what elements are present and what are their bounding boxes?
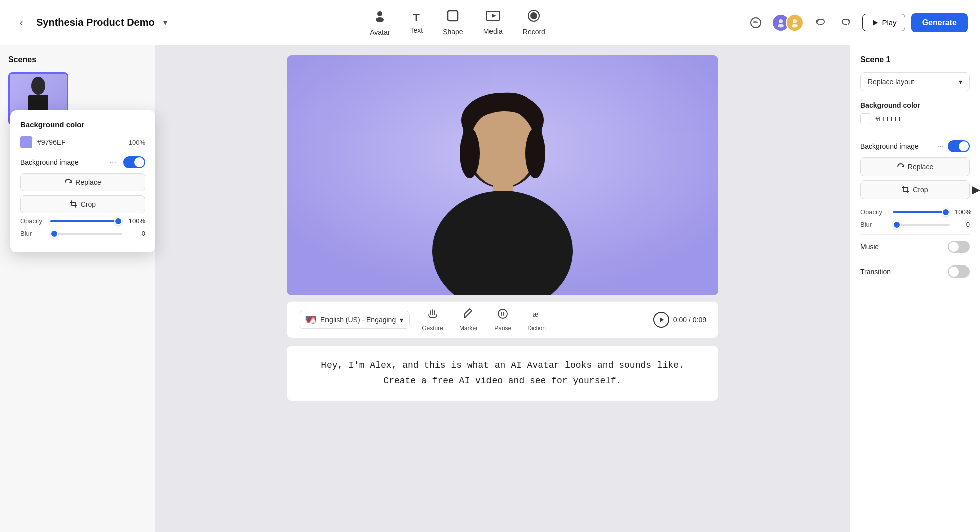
svg-point-9 xyxy=(778,24,784,27)
play-time-button[interactable] xyxy=(653,312,669,328)
comment-button[interactable] xyxy=(746,13,766,33)
rs-transition-label: Transition xyxy=(860,268,948,276)
panel-title: Background color xyxy=(20,120,145,129)
rs-music-toggle[interactable] xyxy=(948,241,970,253)
bg-image-toggle[interactable] xyxy=(123,156,145,168)
rs-blur-thumb[interactable] xyxy=(893,221,901,229)
opacity-slider-thumb[interactable] xyxy=(114,217,122,225)
marker-tool[interactable]: Marker xyxy=(459,308,478,332)
generate-button[interactable]: Generate xyxy=(911,13,968,32)
rs-bg-color-section: Background color #FFFFFF xyxy=(860,101,970,124)
gesture-icon xyxy=(427,308,439,323)
rs-opacity-value: 100% xyxy=(955,208,970,216)
rs-blur-track[interactable] xyxy=(893,224,950,226)
svg-point-21 xyxy=(460,128,480,178)
editor-line-1: Hey, I'm Alex, and this is what an AI Av… xyxy=(303,358,702,373)
time-display: 0:00 / 0:09 xyxy=(653,312,706,328)
editor-bottom-bar: 🇺🇸 English (US) - Engaging ▾ Gesture Mar… xyxy=(287,301,718,338)
rs-color-row: #FFFFFF xyxy=(860,113,970,124)
rs-opacity-track[interactable] xyxy=(893,211,950,213)
blur-slider-row: Blur 0 xyxy=(20,230,145,237)
svg-point-23 xyxy=(498,309,507,318)
tool-text[interactable]: T Text xyxy=(410,11,423,34)
topbar-left: ‹ Synthesia Product Demo ▾ xyxy=(12,14,169,32)
rs-transition-knob xyxy=(949,267,959,277)
svg-point-11 xyxy=(792,24,798,27)
rs-bg-image-toggle[interactable] xyxy=(948,140,970,152)
layout-dropdown[interactable]: Replace layout ▾ xyxy=(860,72,970,91)
rs-blur-row: Blur 0 xyxy=(860,221,970,228)
rs-music-label: Music xyxy=(860,243,948,251)
topbar-tools: Avatar T Text Shape Media Record xyxy=(169,9,746,36)
editor-line-2: Create a free AI video and see for yours… xyxy=(303,373,702,389)
redo-button[interactable] xyxy=(836,13,856,33)
rs-transition-toggle[interactable] xyxy=(948,265,970,278)
diction-tool[interactable]: æ Diction xyxy=(527,308,546,332)
rs-music-knob xyxy=(949,242,959,252)
diction-icon: æ xyxy=(531,308,543,323)
rs-replace-button[interactable]: Replace xyxy=(860,157,970,176)
rs-replace-label: Replace xyxy=(908,163,933,171)
svg-point-0 xyxy=(377,11,382,16)
text-icon: T xyxy=(413,11,420,24)
opacity-value: 100% xyxy=(127,217,145,225)
rs-color-value: #FFFFFF xyxy=(875,115,903,123)
gesture-tool[interactable]: Gesture xyxy=(422,308,443,332)
opacity-slider-track[interactable] xyxy=(50,220,122,222)
pause-label: Pause xyxy=(494,325,511,332)
play-button[interactable]: Play xyxy=(862,14,905,31)
rs-bg-image-label: Background image xyxy=(860,142,937,150)
rs-crop-label: Crop xyxy=(913,186,928,194)
time-value: 0:00 / 0:09 xyxy=(673,316,706,324)
tool-shape[interactable]: Shape xyxy=(443,9,463,36)
topbar: ‹ Synthesia Product Demo ▾ Avatar T Text… xyxy=(0,0,980,45)
diction-label: Diction xyxy=(527,325,546,332)
replace-button[interactable]: Replace xyxy=(20,173,145,191)
bg-image-label: Background image xyxy=(20,158,103,166)
rs-color-swatch[interactable] xyxy=(860,113,871,124)
editor-tools: Gesture Marker Pause æ xyxy=(422,308,653,332)
blur-slider-track[interactable] xyxy=(50,233,122,235)
pause-tool[interactable]: Pause xyxy=(494,308,511,332)
play-label: Play xyxy=(882,18,896,27)
color-swatch[interactable] xyxy=(20,136,32,148)
svg-point-1 xyxy=(376,17,384,22)
rs-bg-image-row: Background image ··· xyxy=(860,140,970,152)
rs-transition-row: Transition xyxy=(860,265,970,278)
toggle-knob xyxy=(134,157,144,167)
gesture-label: Gesture xyxy=(422,325,443,332)
svg-point-10 xyxy=(793,19,797,23)
canvas-bg xyxy=(287,55,718,295)
pause-icon xyxy=(497,308,509,323)
blur-slider-thumb[interactable] xyxy=(50,230,58,238)
crop-label: Crop xyxy=(81,200,96,208)
svg-point-22 xyxy=(525,128,545,178)
marker-icon xyxy=(463,308,475,323)
shape-label: Shape xyxy=(443,28,463,36)
text-label: Text xyxy=(410,26,423,34)
topbar-right: Play Generate xyxy=(746,13,968,33)
language-label: English (US) - Engaging xyxy=(320,316,396,324)
rs-crop-button[interactable]: Crop ▶ xyxy=(860,180,970,199)
bg-image-more-button[interactable]: ··· xyxy=(107,157,119,168)
main-layout: Scenes SCENE 1 Background color xyxy=(0,0,980,532)
text-editor[interactable]: Hey, I'm Alex, and this is what an AI Av… xyxy=(287,346,718,401)
back-button[interactable]: ‹ xyxy=(12,14,30,32)
blur-slider-label: Blur xyxy=(20,230,45,237)
tool-avatar[interactable]: Avatar xyxy=(370,9,390,36)
language-selector[interactable]: 🇺🇸 English (US) - Engaging ▾ xyxy=(299,311,410,329)
rs-bg-image-more-button[interactable]: ··· xyxy=(937,142,944,151)
tool-record[interactable]: Record xyxy=(523,9,545,36)
right-sidebar: Scene 1 Replace layout ▾ Background colo… xyxy=(850,45,980,532)
rs-bg-color-title: Background color xyxy=(860,101,970,109)
language-chevron-icon: ▾ xyxy=(400,316,403,324)
cursor-arrow-icon: ▶ xyxy=(972,183,980,196)
avatar-label: Avatar xyxy=(370,28,390,36)
rs-blur-label: Blur xyxy=(860,221,888,228)
project-chevron-button[interactable]: ▾ xyxy=(161,16,169,29)
rs-opacity-thumb[interactable] xyxy=(942,208,950,216)
undo-button[interactable] xyxy=(810,13,830,33)
rs-music-row: Music xyxy=(860,241,970,253)
tool-media[interactable]: Media xyxy=(483,10,503,35)
crop-button[interactable]: Crop xyxy=(20,195,145,213)
